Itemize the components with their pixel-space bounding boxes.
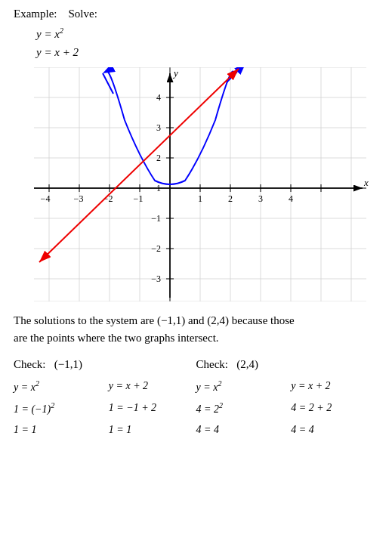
check2-row1-right: y = x + 2 — [291, 377, 378, 396]
svg-text:−1: −1 — [133, 193, 143, 204]
check1-row3-left: 1 = 1 — [14, 421, 101, 439]
svg-text:3: 3 — [156, 122, 161, 133]
svg-line-64 — [39, 69, 239, 262]
equation-1: y = x2 — [36, 25, 378, 43]
check2-row2-right: 4 = 2 + 2 — [291, 399, 378, 418]
svg-line-59 — [103, 73, 113, 94]
check1-row1-right: y = x + 2 — [109, 377, 196, 396]
check1-grid: y = x2 y = x + 2 1 = (−1)2 1 = −1 + 2 1 … — [14, 377, 196, 440]
svg-text:2: 2 — [156, 153, 161, 163]
check2-row3-right: 4 = 4 — [291, 421, 378, 439]
solutions-line1: The solutions to the system are (−1,1) a… — [14, 314, 295, 326]
svg-text:x: x — [363, 177, 369, 188]
example-label: Example: Solve: — [14, 8, 378, 20]
check2-grid: y = x2 y = x + 2 4 = 22 4 = 2 + 2 4 = 4 … — [196, 377, 379, 440]
svg-text:y: y — [172, 67, 178, 79]
equation-2: y = x + 2 — [36, 43, 378, 61]
svg-text:2: 2 — [228, 193, 233, 204]
check1-row2-left: 1 = (−1)2 — [14, 399, 101, 418]
svg-line-61 — [227, 72, 237, 82]
check2-row2-left: 4 = 22 — [196, 399, 284, 418]
equations-block: y = x2 y = x + 2 — [36, 25, 378, 61]
svg-text:1: 1 — [198, 193, 202, 204]
check-left: Check: (−1,1) y = x2 y = x + 2 1 = (−1)2… — [14, 358, 196, 440]
check2-point: (2,4) — [236, 358, 258, 370]
check2-row1-left: y = x2 — [196, 377, 284, 396]
svg-text:4: 4 — [156, 92, 161, 103]
check1-point: (−1,1) — [54, 358, 82, 370]
svg-text:1: 1 — [156, 183, 161, 193]
svg-text:−2: −2 — [151, 243, 161, 254]
svg-text:−4: −4 — [40, 193, 50, 204]
example-word: Example: — [14, 8, 57, 20]
svg-text:−3: −3 — [73, 193, 83, 204]
check1-title: Check: (−1,1) — [14, 358, 196, 371]
svg-text:−3: −3 — [151, 274, 161, 284]
svg-text:−1: −1 — [151, 213, 161, 224]
svg-text:4: 4 — [289, 193, 293, 204]
solve-word: Solve: — [68, 8, 97, 20]
solutions-text: The solutions to the system are (−1,1) a… — [14, 312, 378, 348]
check1-row3-right: 1 = 1 — [109, 421, 196, 439]
check-right: Check: (2,4) y = x2 y = x + 2 4 = 22 4 =… — [196, 358, 379, 440]
graph-container: −4 −3 −2 −1 1 2 3 4 4 3 2 1 −1 −2 −3 x y — [14, 67, 378, 301]
svg-text:3: 3 — [258, 193, 263, 204]
check2-row3-left: 4 = 4 — [196, 421, 284, 439]
check1-row1-left: y = x2 — [14, 377, 101, 396]
solutions-line2: are the points where the two graphs inte… — [14, 332, 219, 344]
coordinate-graph: −4 −3 −2 −1 1 2 3 4 4 3 2 1 −1 −2 −3 x y — [23, 67, 370, 301]
check1-row2-right: 1 = −1 + 2 — [109, 399, 196, 418]
check2-title: Check: (2,4) — [196, 358, 379, 371]
check-section: Check: (−1,1) y = x2 y = x + 2 1 = (−1)2… — [14, 358, 378, 440]
